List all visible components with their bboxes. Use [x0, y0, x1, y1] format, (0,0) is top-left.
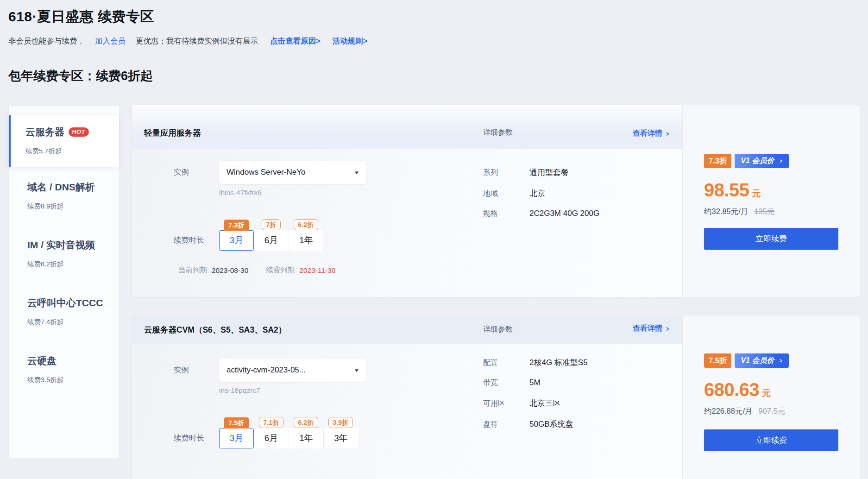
instance-select[interactable]: activity-cvm-2023-05... ▼ [219, 359, 366, 382]
subtitle-text-2: 更优惠；我有待续费实例但没有展示 [136, 36, 258, 46]
content-row: 云服务器 HOT 续费5.7折起 域名 / DNS解析 续费8.9折起 IM /… [8, 84, 860, 479]
price-amount: 98.55 元 [704, 180, 838, 201]
hot-badge: HOT [69, 127, 89, 137]
sidebar-item-title-row: 云服务器 HOT [25, 126, 119, 139]
duration-tab-1y[interactable]: 1年 [289, 230, 323, 251]
view-detail-link[interactable]: 查看详情 > [633, 324, 669, 334]
sidebar-item-cbs[interactable]: 云硬盘 续费3.5折起 [9, 340, 119, 398]
price-amount: 680.63 元 [704, 379, 838, 400]
sidebar-item-discount: 续费7.4折起 [27, 318, 119, 327]
discount-badge: 7.1折 [259, 417, 283, 428]
renew-expire-label: 续费到期 [266, 265, 295, 275]
spec-label: 可用区 [483, 399, 529, 409]
spec-label: 系列 [483, 168, 529, 178]
price-panel: 7.3折 V1 会员价 > 98.55 元 约32.85元/月 135元 [682, 105, 860, 297]
spec-value: 北京 [529, 188, 545, 199]
spec-row: 系列 通用型套餐 [483, 167, 599, 178]
renewal-campaign-page: 618·夏日盛惠 续费专区 非会员也能参与续费， 加入会员 更优惠；我有待续费实… [0, 7, 868, 479]
monthly-price: 约32.85元/月 [704, 207, 748, 217]
view-reason-link[interactable]: 点击查看原因> [270, 36, 321, 46]
duration-option: 3.9折 3年 [323, 417, 358, 448]
discount-badge: 3.9折 [328, 417, 353, 428]
sidebar-item-label: 域名 / DNS解析 [27, 181, 119, 194]
duration-label: 续费时长 [174, 219, 219, 251]
chevron-right-icon: > [666, 130, 669, 138]
instance-label: 实例 [174, 359, 219, 395]
spec-value: 2核4G 标准型S5 [529, 357, 588, 368]
price-sub-row: 约32.85元/月 135元 [704, 207, 838, 217]
discount-badge: 6.2折 [294, 219, 318, 230]
price-discount-badge: 7.5折 [704, 353, 731, 368]
view-detail-link[interactable]: 查看详情 > [633, 129, 669, 139]
instance-row: 实例 Windows Server-NeYo ▼ lhins-47fkfrk6 [174, 161, 682, 197]
spec-value: 50GB系统盘 [529, 419, 573, 429]
sidebar-item-im-trtc[interactable]: IM / 实时音视频 续费8.2折起 [9, 225, 119, 283]
vip-price-label: V1 会员价 [741, 356, 774, 366]
renew-expire-date: 2023-11-30 [299, 266, 335, 275]
duration-tab-3m[interactable]: 3月 [219, 428, 254, 448]
spec-row: 地域 北京 [483, 188, 599, 199]
price-sub-row: 约226.88元/月 907.5元 [704, 406, 838, 416]
instance-select[interactable]: Windows Server-NeYo ▼ [219, 161, 366, 184]
duration-tab-1y[interactable]: 1年 [289, 428, 323, 448]
view-detail-label: 查看详情 [633, 129, 662, 139]
instance-select-value: activity-cvm-2023-05... [226, 366, 306, 375]
card-body: 实例 Windows Server-NeYo ▼ lhins-47fkfrk6 … [132, 149, 682, 297]
subtitle-text: 非会员也能参与续费， [8, 36, 85, 46]
duration-tab-3y[interactable]: 3年 [323, 428, 358, 448]
card-body: 实例 activity-cvm-2023-05... ▼ ins-18pqzrc… [132, 344, 682, 479]
card-header: 云服务器CVM（S6、S5、SA3、SA2） 详细参数 查看详情 > [132, 315, 682, 344]
sidebar-item-tccc[interactable]: 云呼叫中心TCCC 续费7.4折起 [9, 283, 119, 340]
duration-option: 7.3折 3月 [219, 220, 254, 251]
caret-down-icon: ▼ [353, 170, 359, 175]
instance-id: ins-18pqzrc7 [219, 386, 366, 395]
price-panel: 7.5折 V1 会员价 > 680.63 元 约226.88元/月 907.5元 [682, 315, 860, 479]
chevron-right-icon: > [666, 325, 669, 333]
spec-label: 地域 [483, 189, 529, 199]
duration-option: 6.2折 1年 [289, 219, 323, 251]
activity-rules-link[interactable]: 活动规则> [333, 36, 368, 46]
instance-select-value: Windows Server-NeYo [226, 168, 305, 177]
duration-row: 续费时长 7.5折 3月 7.1折 6月 [174, 417, 682, 448]
sidebar-item-cvm[interactable]: 云服务器 HOT 续费5.7折起 [9, 115, 119, 167]
instance-row: 实例 activity-cvm-2023-05... ▼ ins-18pqzrc… [174, 359, 682, 395]
spec-label: 带宽 [483, 378, 529, 388]
duration-option: 7.5折 3月 [219, 417, 254, 448]
original-price: 135元 [754, 207, 774, 217]
instance-id: lhins-47fkfrk6 [219, 189, 366, 197]
vip-price-badge[interactable]: V1 会员价 > [735, 154, 789, 168]
join-member-link[interactable]: 加入会员 [95, 36, 126, 46]
spec-list: 配置 2核4G 标准型S5 带宽 5M 可用区 北京三区 [483, 357, 588, 440]
duration-tab-3m[interactable]: 3月 [219, 230, 254, 251]
card-main: 轻量应用服务器 详细参数 查看详情 > 实例 Windows Serv [132, 105, 682, 297]
instance-label: 实例 [174, 161, 219, 197]
price-unit: 元 [762, 387, 771, 399]
renew-now-button[interactable]: 立即续费 [704, 429, 838, 451]
section-title: 包年续费专区：续费6折起 [8, 68, 868, 84]
renew-now-button[interactable]: 立即续费 [704, 228, 838, 250]
spec-value: 北京三区 [529, 398, 561, 409]
instance-select-wrap: activity-cvm-2023-05... ▼ ins-18pqzrc7 [219, 359, 366, 395]
duration-tab-6m[interactable]: 6月 [254, 230, 289, 251]
spec-label: 规格 [483, 209, 529, 219]
card-title: 云服务器CVM（S6、S5、SA3、SA2） [144, 324, 286, 335]
spec-label: 盘符 [483, 420, 529, 429]
vip-price-badge[interactable]: V1 会员价 > [735, 353, 789, 368]
page-title: 618·夏日盛惠 续费专区 [8, 7, 868, 26]
duration-option: 7折 6月 [254, 219, 289, 251]
spec-value: 5M [529, 378, 541, 387]
current-expire-date: 2023-08-30 [212, 266, 248, 275]
instance-select-wrap: Windows Server-NeYo ▼ lhins-47fkfrk6 [219, 161, 366, 197]
duration-tab-6m[interactable]: 6月 [254, 428, 289, 448]
spec-row: 可用区 北京三区 [483, 398, 588, 409]
caret-down-icon: ▼ [353, 368, 359, 373]
sidebar-item-domain-dns[interactable]: 域名 / DNS解析 续费8.9折起 [9, 167, 119, 225]
monthly-price: 约226.88元/月 [704, 406, 753, 416]
spec-row: 盘符 50GB系统盘 [483, 419, 588, 429]
current-expire-label: 当前到期 [178, 265, 207, 275]
card-title: 轻量应用服务器 [144, 127, 201, 139]
duration-option: 6.2折 1年 [289, 417, 323, 448]
params-label: 详细参数 [483, 128, 513, 138]
vip-price-label: V1 会员价 [741, 156, 774, 166]
duration-row: 续费时长 7.3折 3月 7折 6月 [174, 219, 682, 251]
